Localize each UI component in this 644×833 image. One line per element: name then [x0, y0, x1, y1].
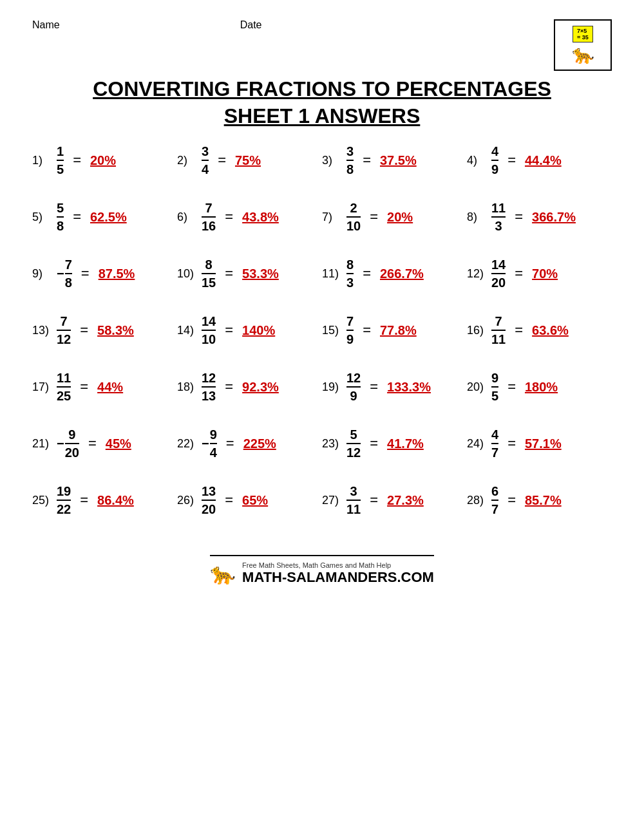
equals-sign: =	[225, 379, 233, 395]
fraction-wrapper: 47	[491, 427, 498, 460]
fraction-denominator: 4	[202, 162, 209, 176]
answer: 53.3%	[242, 267, 281, 281]
problem-number: 20)	[467, 380, 488, 394]
problem-number: 22)	[177, 437, 198, 451]
negative-sign: −	[57, 267, 64, 281]
problem-number: 9)	[32, 267, 53, 281]
problem-item: 15)79=77.8%	[322, 314, 467, 346]
main-title: CONVERTING FRACTIONS TO PERCENTAGES	[32, 77, 612, 101]
fraction-denominator: 8	[65, 276, 72, 290]
problem-number: 25)	[32, 494, 53, 507]
problem-number: 18)	[177, 380, 198, 394]
answer: 37.5%	[380, 153, 419, 168]
fraction-wrapper: 1213	[202, 371, 216, 403]
footer-inner: 🐆 Free Math Sheets, Math Games and Math …	[210, 555, 434, 586]
fraction: 95	[491, 371, 498, 403]
fraction-denominator: 20	[202, 502, 216, 516]
answer: 140%	[242, 323, 281, 338]
equals-sign: =	[225, 265, 233, 282]
problem-item: 24)47=57.1%	[467, 427, 612, 460]
problem-number: 6)	[177, 211, 198, 224]
equals-sign: =	[225, 209, 233, 225]
problem-item: 6)716=43.8%	[177, 201, 322, 233]
negative-sign: −	[202, 436, 209, 451]
fraction-wrapper: 67	[491, 484, 498, 516]
equals-sign: =	[370, 492, 378, 509]
fraction-numerator: 8	[346, 257, 354, 272]
fraction: 49	[491, 144, 498, 176]
fraction: 920	[65, 427, 79, 460]
problem-number: 17)	[32, 380, 53, 394]
problem-number: 28)	[467, 494, 488, 507]
fraction-line	[57, 386, 71, 388]
problem-item: 12)1420=70%	[467, 257, 612, 290]
fraction-line	[57, 160, 64, 161]
sub-title: SHEET 1 ANSWERS	[32, 104, 612, 128]
fraction-wrapper: 210	[346, 201, 361, 233]
fraction-denominator: 10	[346, 219, 361, 233]
fraction: 47	[491, 427, 498, 460]
fraction-line	[346, 330, 354, 331]
fraction-wrapper: 38	[346, 144, 354, 176]
fraction-numerator: 19	[57, 484, 71, 498]
fraction: 815	[202, 257, 216, 290]
equals-sign: =	[81, 265, 90, 282]
fraction: 1420	[491, 257, 506, 290]
title-section: CONVERTING FRACTIONS TO PERCENTAGES SHEE…	[32, 77, 612, 128]
fraction-wrapper: 83	[346, 257, 354, 290]
fraction: 129	[346, 371, 361, 403]
problem-number: 24)	[467, 437, 488, 451]
problem-row: 13)712=58.3%14)1410=140%15)79=77.8%16)71…	[32, 314, 612, 346]
answer: 62.5%	[90, 210, 129, 225]
fraction-denominator: 16	[202, 219, 216, 233]
fraction: 94	[210, 427, 217, 460]
equals-sign: =	[218, 152, 226, 169]
fraction: 1320	[202, 484, 216, 516]
fraction-wrapper: 79	[346, 314, 354, 346]
date-label: Date	[240, 19, 262, 31]
answer: 58.3%	[97, 323, 136, 338]
fraction-denominator: 8	[346, 162, 354, 176]
answer: 86.4%	[97, 493, 136, 508]
problem-number: 10)	[177, 267, 198, 281]
fraction: 716	[202, 201, 216, 233]
problem-item: 27)311=27.3%	[322, 484, 467, 516]
fraction-wrapper: 512	[346, 427, 361, 460]
fraction-numerator: 11	[491, 201, 506, 215]
problem-item: 18)1213=92.3%	[177, 371, 322, 403]
fraction-numerator: 7	[205, 201, 213, 215]
answer: 225%	[243, 436, 282, 451]
fraction-wrapper: 1320	[202, 484, 216, 516]
fraction-numerator: 9	[210, 427, 217, 442]
fraction-line	[202, 386, 216, 388]
fraction: 512	[346, 427, 361, 460]
fraction-line	[346, 386, 361, 388]
problem-item: 11)83=266.7%	[322, 257, 467, 290]
equals-sign: =	[507, 492, 516, 509]
problem-item: 19)129=133.3%	[322, 371, 467, 403]
fraction-numerator: 12	[202, 371, 216, 385]
problem-row: 1)15=20%2)34=75%3)38=37.5%4)49=44.4%	[32, 144, 612, 176]
equals-sign: =	[370, 379, 378, 395]
answer: 41.7%	[387, 436, 426, 451]
problem-item: 28)67=85.7%	[467, 484, 612, 516]
equals-sign: =	[363, 265, 371, 282]
problem-item: 3)38=37.5%	[322, 144, 467, 176]
problem-number: 14)	[177, 324, 198, 337]
fraction: 1213	[202, 371, 216, 403]
problem-number: 15)	[322, 324, 343, 337]
fraction-numerator: 7	[61, 314, 68, 328]
fraction-numerator: 7	[65, 257, 72, 272]
fraction: 15	[57, 144, 64, 176]
footer-tagline: Free Math Sheets, Math Games and Math He…	[242, 561, 434, 569]
fraction-denominator: 5	[57, 162, 64, 176]
fraction-line	[346, 216, 361, 218]
answer: 20%	[90, 153, 129, 168]
fraction-wrapper: 716	[202, 201, 216, 233]
problem-item: 1)15=20%	[32, 144, 177, 176]
fraction: 113	[491, 201, 506, 233]
fraction: 1410	[202, 314, 216, 346]
equals-sign: =	[507, 435, 516, 452]
fraction-numerator: 7	[495, 314, 502, 328]
answer: 85.7%	[525, 493, 564, 508]
